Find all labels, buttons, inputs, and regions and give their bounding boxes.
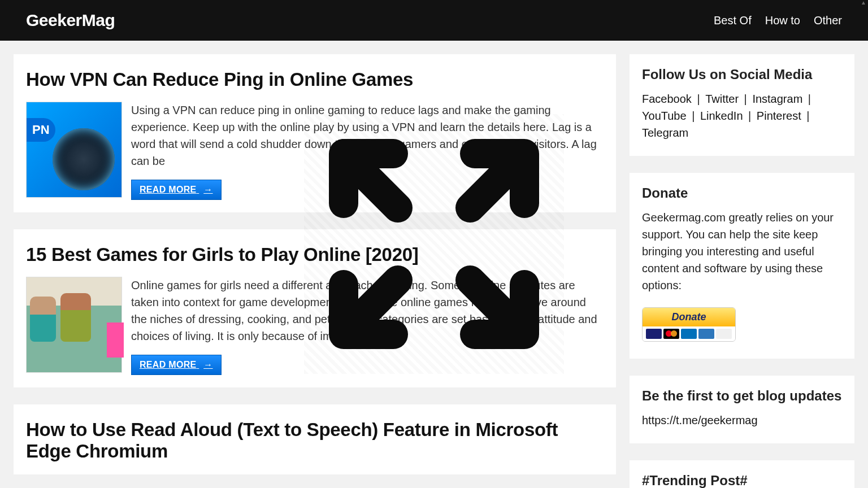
widget-title: Donate [642, 185, 842, 201]
nav-how-to[interactable]: How to [765, 14, 800, 27]
separator: | [801, 110, 812, 122]
primary-nav: Best Of How to Other [714, 14, 842, 27]
widget-title: #Trending Post# [642, 473, 842, 488]
social-facebook[interactable]: Facebook [642, 93, 692, 105]
read-more-label: READ MORE [140, 360, 196, 369]
mastercard-icon [663, 329, 679, 339]
social-youtube[interactable]: YouTube [642, 110, 687, 122]
article-title-link[interactable]: How to Use Read Aloud (Text to Speech) F… [26, 419, 558, 461]
discover-icon [716, 329, 732, 339]
social-telegram[interactable]: Telegram [642, 127, 688, 139]
sidebar: Follow Us on Social Media Facebook | Twi… [630, 54, 854, 488]
article-card: How to Use Read Aloud (Text to Speech) F… [14, 404, 616, 474]
scrollbar-buttons: ▲ [860, 0, 867, 6]
widget-trending: #Trending Post# [630, 460, 854, 488]
article-thumbnail[interactable] [26, 102, 122, 198]
donate-text: Geekermag.com greatly relies on your sup… [642, 209, 842, 294]
social-pinterest[interactable]: Pinterest [757, 110, 801, 122]
expand-overlay[interactable] [304, 114, 564, 374]
social-linkedin[interactable]: LinkedIn [700, 110, 743, 122]
social-twitter[interactable]: Twitter [705, 93, 739, 105]
maestro-icon [681, 329, 697, 339]
arrow-right-icon: → [203, 360, 212, 369]
widget-title: Be the first to get blog updates [642, 388, 842, 404]
widget-donate: Donate Geekermag.com greatly relies on y… [630, 173, 854, 359]
article-thumbnail[interactable] [26, 277, 122, 373]
payment-card-icons [643, 326, 735, 341]
telegram-link[interactable]: https://t.me/geekermag [642, 414, 758, 426]
separator: | [739, 93, 752, 105]
donate-button-label: Donate [643, 308, 735, 326]
separator: | [743, 110, 757, 122]
paypal-donate-button[interactable]: Donate [642, 307, 736, 342]
read-more-button[interactable]: READ MORE → [131, 355, 222, 375]
separator: | [687, 110, 700, 122]
scroll-up-icon[interactable]: ▲ [861, 0, 866, 6]
article-title-link[interactable]: How VPN Can Reduce Ping in Online Games [26, 69, 413, 90]
widget-updates: Be the first to get blog updates https:/… [630, 376, 854, 443]
widget-title: Follow Us on Social Media [642, 67, 842, 82]
expand-icon [321, 131, 547, 357]
site-header: GeekerMag Best Of How to Other [0, 0, 868, 41]
site-title[interactable]: GeekerMag [26, 11, 115, 30]
visa-icon [646, 329, 662, 339]
read-more-label: READ MORE [140, 185, 196, 194]
separator: | [802, 93, 813, 105]
social-links: Facebook | Twitter | Instagram | YouTube… [642, 90, 842, 141]
separator: | [692, 93, 705, 105]
amex-icon [698, 329, 714, 339]
widget-follow: Follow Us on Social Media Facebook | Twi… [630, 54, 854, 156]
nav-best-of[interactable]: Best Of [714, 14, 752, 27]
read-more-button[interactable]: READ MORE → [131, 180, 222, 200]
social-instagram[interactable]: Instagram [752, 93, 802, 105]
arrow-right-icon: → [203, 185, 212, 194]
nav-other[interactable]: Other [814, 14, 842, 27]
